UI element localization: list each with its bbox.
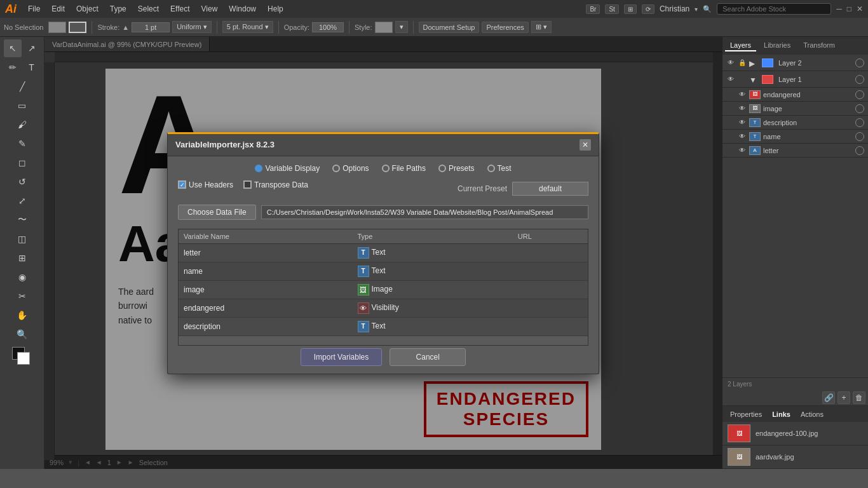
layer2-expand-icon[interactable]: ▶ (749, 59, 757, 67)
layer2-lock-icon[interactable]: 🔒 (738, 58, 747, 67)
color-box[interactable] (12, 347, 32, 367)
close-btn[interactable]: ✕ (857, 4, 863, 13)
sublayer-endangered-circle[interactable] (855, 90, 864, 99)
layer1-lock-icon[interactable] (738, 75, 747, 84)
properties-tab[interactable]: Properties (728, 409, 764, 419)
layer2-eye-icon[interactable]: 👁 (726, 58, 735, 67)
sublayer-name-circle[interactable] (855, 132, 864, 141)
rotate-tool-btn[interactable]: ↺ (13, 173, 31, 191)
menu-window[interactable]: Window (224, 3, 261, 15)
sublayer-description-circle[interactable] (855, 118, 864, 127)
sublayer-letter-circle[interactable] (855, 146, 864, 155)
menu-select[interactable]: Select (133, 3, 164, 15)
link-item-endangered[interactable]: 🖼 endangered-100.jpg (722, 422, 868, 445)
rect-tool-btn[interactable]: ▭ (13, 97, 31, 114)
layout-btn[interactable]: ⊞ (624, 4, 637, 14)
sublayer-image-circle[interactable] (855, 104, 864, 113)
sync-btn[interactable]: ⟳ (642, 4, 654, 14)
sublayer-endangered[interactable]: 👁 🖼 endangered (722, 88, 868, 102)
menu-edit[interactable]: Edit (46, 3, 70, 15)
layer1-eye-icon[interactable]: 👁 (726, 75, 735, 84)
sublayer-name[interactable]: 👁 T name (722, 130, 868, 144)
sublayer-endangered-eye[interactable]: 👁 (738, 90, 747, 99)
layers-tab[interactable]: Layers (725, 40, 756, 51)
user-dropdown-icon[interactable]: ▾ (695, 6, 698, 13)
zoom-tool-btn[interactable]: 🔍 (13, 325, 31, 343)
tab-presets[interactable]: Presets (438, 164, 475, 173)
link-item-aardvark[interactable]: 🖼 aardvark.jpg (722, 445, 868, 469)
cap-type-dropdown[interactable]: 5 pt. Round ▾ (222, 21, 273, 33)
pen-tool-btn[interactable]: ✏ (4, 58, 22, 76)
cancel-btn[interactable]: Cancel (390, 348, 466, 366)
eraser-tool-btn[interactable]: ◻ (13, 154, 31, 172)
import-variables-btn[interactable]: Import Variables (301, 348, 382, 366)
warp-tool-btn[interactable]: 〜 (13, 211, 31, 229)
color-swatch[interactable] (48, 22, 66, 33)
sublayer-image[interactable]: 👁 🖼 image (722, 102, 868, 116)
search-input[interactable] (717, 3, 831, 15)
stroke-value[interactable]: 1 pt (132, 22, 170, 32)
stroke-type-dropdown[interactable]: Uniform ▾ (172, 21, 212, 33)
transform-tab[interactable]: Transform (798, 40, 840, 51)
menu-type[interactable]: Type (105, 3, 132, 15)
slice-tool-btn[interactable]: ✂ (13, 287, 31, 305)
line-tool-btn[interactable]: ╱ (13, 78, 31, 95)
sublayer-name-eye[interactable]: 👁 (738, 132, 747, 141)
direct-select-tool-btn[interactable]: ↗ (23, 39, 41, 57)
pencil-tool-btn[interactable]: ✎ (13, 135, 31, 152)
choose-file-btn[interactable]: Choose Data File (178, 205, 256, 220)
use-headers-checkbox[interactable]: ✓ (178, 180, 186, 189)
tab-options[interactable]: Options (332, 164, 369, 173)
preferences-btn[interactable]: Preferences (482, 22, 528, 33)
stock-btn[interactable]: St (605, 4, 618, 14)
tab-test-radio[interactable] (487, 165, 495, 172)
sublayer-description-eye[interactable]: 👁 (738, 118, 747, 127)
select-tool-btn[interactable]: ↖ (4, 39, 22, 57)
shape-tool-btn[interactable]: ◉ (13, 268, 31, 286)
layer-row-layer2[interactable]: 👁 🔒 ▶ Layer 2 (722, 55, 868, 71)
menu-view[interactable]: View (196, 3, 223, 15)
layer2-select-circle[interactable] (855, 58, 864, 67)
minimize-btn[interactable]: ─ (836, 4, 842, 13)
sublayer-letter[interactable]: 👁 A letter (722, 144, 868, 158)
sublayer-letter-eye[interactable]: 👁 (738, 146, 747, 155)
menu-effect[interactable]: Effect (165, 3, 194, 15)
sublayer-image-eye[interactable]: 👁 (738, 104, 747, 113)
libraries-tab[interactable]: Libraries (759, 40, 796, 51)
transpose-data-check[interactable]: Transpose Data (243, 180, 308, 189)
layer-row-layer1[interactable]: 👁 ▼ Layer 1 (722, 71, 868, 88)
tab-presets-radio[interactable] (438, 165, 446, 172)
menu-help[interactable]: Help (262, 3, 288, 15)
arrange-dropdown[interactable]: ⊞ ▾ (531, 21, 552, 33)
tab-variable-display[interactable]: Variable Display (255, 164, 320, 173)
doc-setup-btn[interactable]: Document Setup (419, 22, 480, 33)
mesh-tool-btn[interactable]: ⊞ (13, 249, 31, 267)
tab-variable-display-radio[interactable] (255, 165, 262, 172)
stroke-swatch[interactable] (69, 22, 86, 33)
layer-add-btn[interactable]: + (837, 391, 850, 404)
layer-delete-btn[interactable]: 🗑 (853, 391, 865, 404)
type-tool-btn[interactable]: T (23, 58, 41, 76)
tab-test[interactable]: Test (487, 164, 512, 173)
style-dropdown[interactable]: ▾ (395, 21, 408, 33)
bridge-btn[interactable]: Br (586, 4, 600, 14)
layer-link-btn[interactable]: 🔗 (822, 391, 835, 404)
layer1-select-circle[interactable] (855, 75, 864, 84)
menu-file[interactable]: File (23, 3, 45, 15)
tab-file-paths[interactable]: File Paths (382, 164, 426, 173)
style-swatch[interactable] (375, 22, 393, 33)
use-headers-check[interactable]: ✓ Use Headers (178, 180, 233, 189)
tab-options-radio[interactable] (332, 165, 340, 172)
scale-tool-btn[interactable]: ⤢ (13, 192, 31, 210)
actions-tab[interactable]: Actions (798, 409, 826, 419)
links-tab[interactable]: Links (770, 409, 793, 419)
tab-file-paths-radio[interactable] (382, 165, 390, 172)
opacity-value[interactable]: 100% (312, 22, 344, 32)
gradient-tool-btn[interactable]: ◫ (13, 230, 31, 248)
transpose-data-checkbox[interactable] (243, 180, 252, 189)
menu-object[interactable]: Object (71, 3, 104, 15)
layer1-expand-icon[interactable]: ▼ (749, 76, 757, 83)
hand-tool-btn[interactable]: ✋ (13, 306, 31, 324)
maximize-btn[interactable]: □ (847, 4, 851, 13)
brush-tool-btn[interactable]: 🖌 (13, 116, 31, 133)
